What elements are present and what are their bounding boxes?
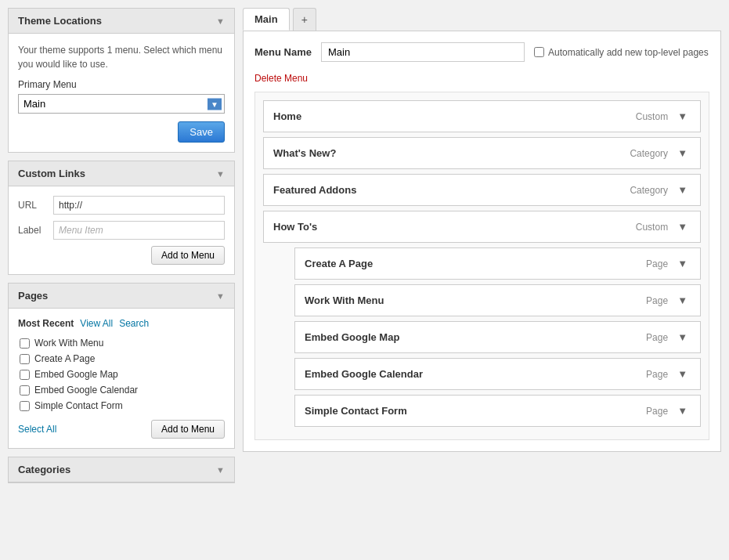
menu-item-simple-contact-form-type: Page	[646, 406, 668, 417]
list-item: Create A Page	[18, 351, 225, 367]
menu-item-home[interactable]: Home Custom ▼	[263, 100, 701, 132]
pages-tab-most-recent[interactable]: Most Recent	[18, 318, 74, 329]
page-checkbox-embed-google-calendar[interactable]	[20, 385, 30, 396]
auto-add-checkbox[interactable]	[534, 47, 544, 57]
left-panel: Theme Locations ▼ Your theme supports 1 …	[8, 8, 235, 552]
auto-add-label: Automatically add new top-level pages	[534, 47, 709, 58]
menu-item-embed-google-map-type: Page	[646, 332, 668, 343]
auto-add-text: Automatically add new top-level pages	[548, 47, 709, 58]
menu-item-how-tos[interactable]: How To's Custom ▼	[263, 211, 701, 243]
app-layout: Theme Locations ▼ Your theme supports 1 …	[0, 0, 729, 560]
pages-tab-view-all[interactable]: View All	[80, 318, 113, 329]
menu-item-whats-new-toggle[interactable]: ▼	[674, 146, 691, 161]
custom-links-header: Custom Links ▼	[9, 161, 234, 186]
primary-menu-select[interactable]: Main	[18, 94, 225, 114]
pages-body: Most Recent View All Search Work With Me…	[9, 309, 234, 448]
menu-item-whats-new-label: What's New?	[273, 147, 336, 159]
menu-item-embed-google-calendar-type: Page	[646, 369, 668, 380]
categories-panel: Categories ▼	[8, 457, 235, 483]
menu-item-home-toggle[interactable]: ▼	[674, 109, 691, 124]
pages-add-to-menu-button[interactable]: Add to Menu	[151, 420, 225, 439]
page-checkbox-create-a-page[interactable]	[20, 354, 30, 364]
menu-items-area: Home Custom ▼ What's New? Category ▼	[254, 92, 709, 440]
menu-name-label: Menu Name	[254, 46, 312, 58]
pages-header: Pages ▼	[9, 284, 234, 309]
menu-item-how-tos-label: How To's	[273, 221, 317, 233]
menu-item-simple-contact-form-toggle[interactable]: ▼	[674, 403, 691, 418]
theme-locations-body: Your theme supports 1 menu. Select which…	[9, 34, 234, 152]
save-button[interactable]: Save	[178, 121, 225, 143]
theme-locations-description: Your theme supports 1 menu. Select which…	[18, 43, 225, 71]
menu-item-create-a-page[interactable]: Create A Page Page ▼	[294, 247, 701, 280]
page-label-simple-contact-form: Simple Contact Form	[34, 400, 123, 411]
pages-tabs-row: Most Recent View All Search	[18, 318, 225, 329]
pages-list: Work With Menu Create A Page Embed Googl…	[18, 335, 225, 414]
menu-item-featured-addons-right: Category ▼	[630, 182, 691, 197]
menu-item-create-a-page-toggle[interactable]: ▼	[674, 256, 691, 271]
list-item: Embed Google Calendar	[18, 382, 225, 398]
menu-item-embed-google-calendar-toggle[interactable]: ▼	[674, 367, 691, 381]
theme-locations-collapse-icon[interactable]: ▼	[216, 16, 225, 26]
tab-main-label: Main	[254, 13, 278, 25]
right-panel: Main + Menu Name Automatically add new t…	[243, 8, 721, 552]
pages-collapse-icon[interactable]: ▼	[216, 291, 225, 301]
menu-item-simple-contact-form[interactable]: Simple Contact Form Page ▼	[294, 395, 701, 427]
custom-links-body: URL Label Add to Menu	[9, 186, 234, 274]
page-label-embed-google-map: Embed Google Map	[34, 369, 118, 380]
menu-item-create-a-page-type: Page	[646, 258, 668, 269]
page-label-work-with-menu: Work With Menu	[34, 338, 103, 349]
menu-item-featured-addons-type: Category	[630, 185, 668, 196]
menu-item-how-tos-toggle[interactable]: ▼	[674, 219, 691, 234]
page-checkbox-simple-contact-form[interactable]	[20, 401, 30, 411]
menu-item-home-label: Home	[273, 110, 301, 122]
menu-item-home-type: Custom	[636, 111, 668, 122]
label-label: Label	[18, 225, 53, 236]
menu-item-work-with-menu[interactable]: Work With Menu Page ▼	[294, 284, 701, 316]
menu-item-work-with-menu-toggle[interactable]: ▼	[674, 293, 691, 308]
menu-item-whats-new[interactable]: What's New? Category ▼	[263, 137, 701, 169]
menu-item-work-with-menu-right: Page ▼	[646, 293, 691, 308]
menu-item-featured-addons[interactable]: Featured Addons Category ▼	[263, 174, 701, 206]
menu-item-embed-google-calendar-label: Embed Google Calendar	[305, 368, 423, 380]
custom-links-panel: Custom Links ▼ URL Label Add to Menu	[8, 161, 235, 275]
delete-menu-link[interactable]: Delete Menu	[254, 73, 308, 84]
custom-links-collapse-icon[interactable]: ▼	[216, 169, 225, 179]
url-input[interactable]	[53, 196, 225, 215]
menu-name-input[interactable]	[321, 42, 525, 62]
categories-collapse-icon[interactable]: ▼	[216, 465, 225, 475]
menu-item-create-a-page-label: Create A Page	[305, 258, 373, 269]
menu-name-row: Menu Name Automatically add new top-leve…	[254, 42, 709, 62]
page-label-embed-google-calendar: Embed Google Calendar	[34, 385, 138, 396]
select-all-link[interactable]: Select All	[18, 424, 56, 435]
list-item: Work With Menu	[18, 335, 225, 351]
tab-main[interactable]: Main	[243, 8, 290, 31]
menu-item-embed-google-map-right: Page ▼	[646, 330, 691, 345]
menu-item-whats-new-type: Category	[630, 148, 668, 159]
pages-footer: Select All Add to Menu	[18, 420, 225, 439]
menu-content: Menu Name Automatically add new top-leve…	[243, 31, 721, 452]
menu-item-featured-addons-toggle[interactable]: ▼	[674, 182, 691, 197]
label-input[interactable]	[53, 221, 225, 240]
tab-add-icon: +	[301, 13, 308, 26]
theme-locations-header: Theme Locations ▼	[9, 9, 234, 34]
menu-item-simple-contact-form-right: Page ▼	[646, 403, 691, 418]
pages-panel: Pages ▼ Most Recent View All Search Work…	[8, 283, 235, 449]
page-checkbox-embed-google-map[interactable]	[20, 370, 30, 380]
menu-item-how-tos-type: Custom	[636, 222, 668, 233]
menu-tabs: Main +	[243, 8, 721, 31]
menu-item-embed-google-calendar[interactable]: Embed Google Calendar Page ▼	[294, 358, 701, 390]
pages-tab-search[interactable]: Search	[119, 318, 149, 329]
menu-item-whats-new-right: Category ▼	[630, 146, 691, 161]
page-checkbox-work-with-menu[interactable]	[20, 338, 30, 349]
menu-item-simple-contact-form-label: Simple Contact Form	[305, 405, 407, 417]
theme-locations-panel: Theme Locations ▼ Your theme supports 1 …	[8, 8, 235, 153]
list-item: Embed Google Map	[18, 367, 225, 382]
tab-add[interactable]: +	[293, 8, 316, 31]
menu-item-embed-google-map-toggle[interactable]: ▼	[674, 330, 691, 345]
url-row: URL	[18, 196, 225, 215]
menu-item-embed-google-map[interactable]: Embed Google Map Page ▼	[294, 321, 701, 353]
custom-links-add-to-menu-button[interactable]: Add to Menu	[151, 246, 225, 265]
custom-links-title: Custom Links	[18, 168, 85, 179]
page-label-create-a-page: Create A Page	[34, 353, 95, 364]
url-label: URL	[18, 200, 53, 211]
